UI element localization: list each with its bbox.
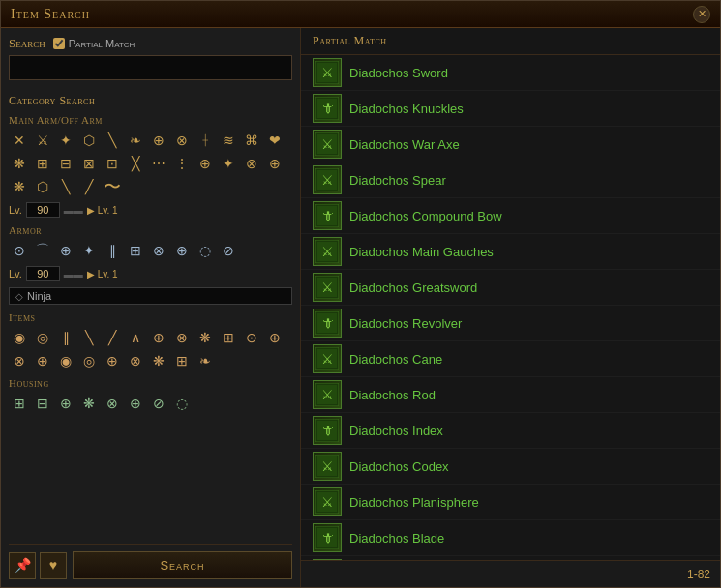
job-filter-text: Ninja [27,290,51,302]
weapon-icon-10[interactable]: ≋ [218,130,239,151]
item-icon-21[interactable]: ❧ [195,350,216,371]
armor-icon-8[interactable]: ⊕ [171,240,193,261]
list-item[interactable]: ⚔ Diadochos Main Gauches [301,234,720,270]
armor-icon-10[interactable]: ⊘ [218,240,239,261]
job-diamond-icon: ◇ [15,291,23,302]
item-icon-14[interactable]: ⊕ [32,350,53,371]
weapon-icon-2[interactable]: ⚔ [32,130,53,151]
item-icon-9[interactable]: ❋ [195,327,216,348]
weapon-icon-26[interactable]: ⬡ [32,176,53,197]
weapon-icon-9[interactable]: ⟊ [195,130,216,151]
items-header: Items [9,311,292,323]
search-input[interactable]: diadochos [9,55,292,80]
armor-icon-9[interactable]: ◌ [195,240,216,261]
search-button[interactable]: Search [73,551,292,579]
housing-icon-7[interactable]: ⊘ [148,393,169,414]
weapon-icon-17[interactable]: ⊡ [102,153,123,174]
armor-lv-input[interactable] [26,266,60,281]
housing-icon-4[interactable]: ❋ [78,393,100,414]
weapon-lv-input[interactable] [26,202,60,218]
list-item[interactable]: ⚔ Diadochos Spear [301,162,720,198]
item-icon-2[interactable]: ◎ [32,327,53,348]
armor-icon-3[interactable]: ⊕ [55,240,76,261]
armor-icon-7[interactable]: ⊗ [148,240,169,261]
weapon-icon-16[interactable]: ⊠ [78,153,100,174]
weapon-icon-8[interactable]: ⊗ [171,130,193,151]
list-item[interactable]: ⚔ Diadochos Sword [301,55,720,91]
list-item[interactable]: ⚔ Diadochos Cane [301,341,720,377]
weapon-icon-13[interactable]: ❋ [9,153,30,174]
armor-icon-1[interactable]: ⊙ [9,240,30,261]
item-result-icon: 🗡 [313,416,342,445]
weapon-icon-25[interactable]: ❋ [9,176,30,197]
partial-match-checkbox[interactable] [53,38,65,49]
weapon-icon-7[interactable]: ⊕ [148,130,169,151]
weapon-icon-14[interactable]: ⊞ [32,153,53,174]
item-icon-1[interactable]: ◉ [9,327,30,348]
item-icon-19[interactable]: ❋ [148,350,169,371]
list-item[interactable]: 🗡 Diadochos Revolver [301,306,720,341]
armor-icon-2[interactable]: ⌒ [32,240,53,261]
weapon-icon-6[interactable]: ❧ [125,130,146,151]
favorite-button[interactable]: ♥ [40,552,67,579]
weapon-icon-21[interactable]: ⊕ [195,153,216,174]
weapon-icons-grid: ✕ ⚔ ✦ ⬡ ╲ ❧ ⊕ ⊗ ⟊ ≋ ⌘ ❤ ❋ ⊞ ⊟ ⊠ ⊡ ╳ ⋯ ⋮ [9,130,292,197]
weapon-icon-22[interactable]: ✦ [218,153,239,174]
housing-icon-2[interactable]: ⊟ [32,393,53,414]
item-icon-16[interactable]: ◎ [78,350,100,371]
list-item[interactable]: ⚔ Diadochos Rod [301,377,720,413]
weapon-icon-3[interactable]: ✦ [55,130,76,151]
weapon-icon-12[interactable]: ❤ [264,130,285,151]
weapon-icon-27[interactable]: ╲ [55,176,76,197]
item-icon-10[interactable]: ⊞ [218,327,239,348]
item-icon-17[interactable]: ⊕ [102,350,123,371]
item-icon-18[interactable]: ⊗ [125,350,146,371]
weapon-icon-11[interactable]: ⌘ [241,130,262,151]
housing-icon-5[interactable]: ⊗ [102,393,123,414]
housing-icon-3[interactable]: ⊕ [55,393,76,414]
item-icon-7[interactable]: ⊕ [148,327,169,348]
svg-text:⚔: ⚔ [321,280,334,295]
list-item[interactable]: 🗡 Diadochos Blade [301,520,720,556]
list-item[interactable]: ⚔ Diadochos Greatsword [301,270,720,306]
list-item[interactable]: 🗡 Diadochos Compound Bow [301,198,720,234]
list-item[interactable]: 🗡 Diadochos Index [301,413,720,449]
close-button[interactable]: ✕ [693,6,710,23]
armor-icon-6[interactable]: ⊞ [125,240,146,261]
weapon-icon-special[interactable]: 〜 [102,176,123,197]
item-icon-3[interactable]: ∥ [55,327,76,348]
housing-icon-8[interactable]: ◌ [171,393,193,414]
housing-icon-1[interactable]: ⊞ [9,393,30,414]
housing-icon-6[interactable]: ⊕ [125,393,146,414]
weapon-icon-23[interactable]: ⊗ [241,153,262,174]
list-item[interactable]: ⚔ Diadochos Planisphere [301,485,720,520]
weapon-icon-18[interactable]: ╳ [125,153,146,174]
weapon-icon-1[interactable]: ✕ [9,130,30,151]
armor-icon-5[interactable]: ∥ [102,240,123,261]
item-icon-13[interactable]: ⊗ [9,350,30,371]
list-item[interactable]: ⚔ Diadochos Codex [301,449,720,485]
armor-icon-4[interactable]: ✦ [78,240,100,261]
item-result-name: Diadochos Sword [349,66,448,80]
item-icon-15[interactable]: ◉ [55,350,76,371]
weapon-icon-28[interactable]: ╱ [78,176,100,197]
pin-button[interactable]: 📌 [9,552,36,579]
item-icon-11[interactable]: ⊙ [241,327,262,348]
item-icon-12[interactable]: ⊕ [264,327,285,348]
item-icon-5[interactable]: ╱ [102,327,123,348]
weapon-icon-5[interactable]: ╲ [102,130,123,151]
weapon-icon-4[interactable]: ⬡ [78,130,100,151]
weapon-icon-24[interactable]: ⊕ [264,153,285,174]
item-icon-6[interactable]: ∧ [125,327,146,348]
item-icon-8[interactable]: ⊗ [171,327,193,348]
item-icon-4[interactable]: ╲ [78,327,100,348]
weapon-icon-19[interactable]: ⋯ [148,153,169,174]
item-icon-20[interactable]: ⊞ [171,350,193,371]
weapon-icon-15[interactable]: ⊟ [55,153,76,174]
list-item[interactable]: 🗡 Diadochos Knuckles [301,91,720,127]
job-filter[interactable]: ◇ Ninja [9,287,292,305]
list-item[interactable]: ⚔ Diadochos War Axe [301,127,720,162]
weapon-icon-20[interactable]: ⋮ [171,153,193,174]
item-result-icon: ⚔ [313,130,342,159]
item-result-icon: 🗡 [313,94,342,123]
